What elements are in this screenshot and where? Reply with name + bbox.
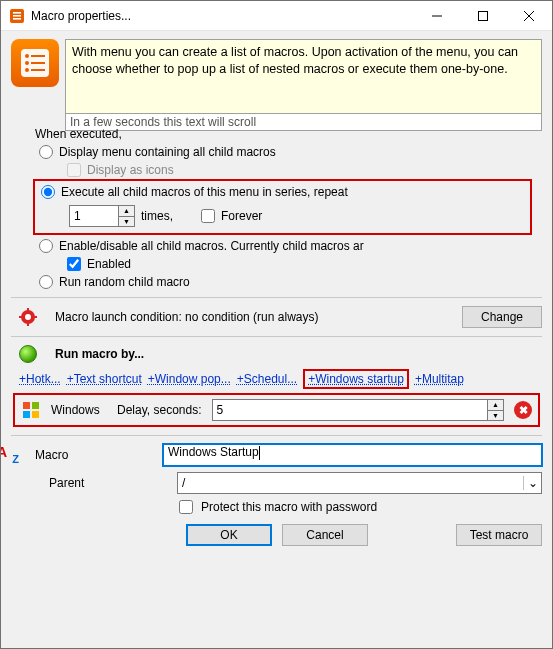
svg-point-13 xyxy=(25,68,29,72)
times-suffix: times, xyxy=(141,209,173,223)
checkbox-enabled[interactable] xyxy=(67,257,81,271)
svg-rect-3 xyxy=(13,18,21,20)
startup-windows-label: Windows xyxy=(51,403,107,417)
ok-button[interactable]: OK xyxy=(186,524,272,546)
trigger-link-bar: +Hotk... +Text shortcut +Window pop... +… xyxy=(19,369,542,389)
svg-point-9 xyxy=(25,54,29,58)
svg-rect-19 xyxy=(33,316,37,318)
radio-display-menu[interactable] xyxy=(39,145,53,159)
run-macro-by-label: Run macro by... xyxy=(55,347,144,361)
macro-properties-window: Macro properties... With menu you can cr… xyxy=(0,0,553,649)
macro-name-label: Macro xyxy=(35,448,155,462)
execute-series-highlight: Execute all child macros of this menu in… xyxy=(33,179,532,235)
titlebar: Macro properties... xyxy=(1,1,552,31)
startup-delay-input[interactable] xyxy=(213,400,488,420)
parent-label: Parent xyxy=(49,476,169,490)
trigger-hotkey[interactable]: +Hotk... xyxy=(19,372,61,386)
radio-run-random[interactable] xyxy=(39,275,53,289)
radio-execute-series[interactable] xyxy=(41,185,55,199)
close-button[interactable] xyxy=(506,1,552,31)
macro-name-input[interactable]: Windows Startup xyxy=(163,444,542,466)
az-icon: AZ xyxy=(1,446,19,464)
checkbox-forever-label: Forever xyxy=(221,209,262,223)
svg-rect-21 xyxy=(23,402,30,409)
startup-delay-label: Delay, seconds: xyxy=(117,403,202,417)
run-orb-icon xyxy=(19,345,37,363)
when-executed-label: When executed, xyxy=(35,127,542,141)
trigger-multitap[interactable]: +Multitap xyxy=(415,372,464,386)
radio-display-menu-label: Display menu containing all child macros xyxy=(59,145,276,159)
radio-run-random-label: Run random child macro xyxy=(59,275,190,289)
checkbox-display-icons xyxy=(67,163,81,177)
checkbox-display-icons-label: Display as icons xyxy=(87,163,174,177)
launch-condition-text: Macro launch condition: no condition (ru… xyxy=(55,310,454,324)
svg-rect-12 xyxy=(31,62,45,64)
svg-rect-24 xyxy=(32,411,39,418)
svg-rect-2 xyxy=(13,15,21,17)
delay-up[interactable]: ▲ xyxy=(488,400,503,411)
trigger-schedule[interactable]: +Schedul... xyxy=(237,372,297,386)
radio-enable-disable[interactable] xyxy=(39,239,53,253)
startup-trigger-highlight: Windows Delay, seconds: ▲▼ ✖ xyxy=(13,393,540,427)
trigger-text-shortcut[interactable]: +Text shortcut xyxy=(67,372,142,386)
cancel-button[interactable]: Cancel xyxy=(282,524,368,546)
app-icon xyxy=(9,8,25,24)
svg-point-11 xyxy=(25,61,29,65)
svg-rect-5 xyxy=(479,11,488,20)
trigger-windows-startup[interactable]: +Windows startup xyxy=(303,369,409,389)
parent-select[interactable]: / ⌄ xyxy=(177,472,542,494)
svg-point-20 xyxy=(25,314,31,320)
remove-trigger-button[interactable]: ✖ xyxy=(514,401,532,419)
content-area: With menu you can create a list of macro… xyxy=(1,31,552,648)
menu-macro-icon xyxy=(11,39,59,87)
svg-rect-22 xyxy=(32,402,39,409)
startup-delay-spinner[interactable]: ▲▼ xyxy=(212,399,505,421)
delay-down[interactable]: ▼ xyxy=(488,411,503,421)
radio-enable-disable-label: Enable/disable all child macros. Current… xyxy=(59,239,364,253)
checkbox-forever[interactable] xyxy=(201,209,215,223)
repeat-down[interactable]: ▼ xyxy=(119,217,134,227)
maximize-button[interactable] xyxy=(460,1,506,31)
windows-logo-icon xyxy=(21,400,41,420)
checkbox-protect-password-label: Protect this macro with password xyxy=(201,500,377,514)
window-title: Macro properties... xyxy=(31,9,414,23)
gear-icon xyxy=(19,308,37,326)
svg-rect-10 xyxy=(31,55,45,57)
minimize-button[interactable] xyxy=(414,1,460,31)
svg-rect-14 xyxy=(31,69,45,71)
parent-value: / xyxy=(178,476,523,490)
svg-rect-18 xyxy=(19,316,23,318)
svg-rect-23 xyxy=(23,411,30,418)
chevron-down-icon: ⌄ xyxy=(523,476,541,490)
radio-execute-series-label: Execute all child macros of this menu in… xyxy=(61,185,348,199)
info-box: With menu you can create a list of macro… xyxy=(65,39,542,114)
checkbox-protect-password[interactable] xyxy=(179,500,193,514)
svg-rect-1 xyxy=(13,12,21,14)
checkbox-enabled-label: Enabled xyxy=(87,257,131,271)
repeat-up[interactable]: ▲ xyxy=(119,206,134,217)
svg-rect-16 xyxy=(27,308,29,312)
repeat-times-input[interactable] xyxy=(70,206,118,226)
test-macro-button[interactable]: Test macro xyxy=(456,524,542,546)
change-button[interactable]: Change xyxy=(462,306,542,328)
repeat-times-spinner[interactable]: ▲▼ xyxy=(69,205,135,227)
trigger-window-popup[interactable]: +Window pop... xyxy=(148,372,231,386)
svg-rect-17 xyxy=(27,322,29,326)
